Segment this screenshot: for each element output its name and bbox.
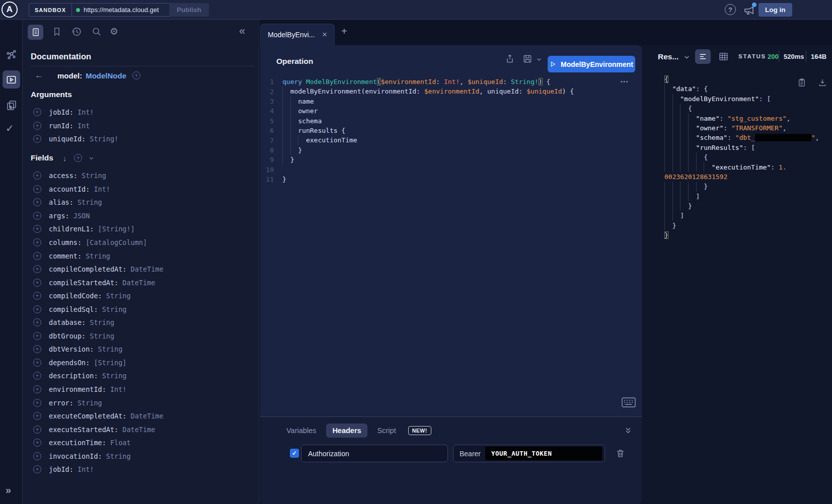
add-field-icon[interactable]: + (33, 412, 41, 420)
code-line[interactable]: 1query ModelByEnvironment($environmentId… (260, 77, 642, 87)
code-line[interactable]: 8} (260, 145, 642, 155)
add-field-icon[interactable]: + (33, 452, 41, 460)
add-field-icon[interactable]: + (33, 135, 41, 143)
explorer-nav-item-active[interactable] (3, 70, 20, 89)
save-options-chevron-icon[interactable] (536, 56, 546, 66)
schema-graph-icon[interactable] (6, 49, 18, 61)
doc-field-row[interactable]: +compileStartedAt: DateTime (23, 276, 259, 289)
doc-field-row[interactable]: +compileCompletedAt: DateTime (23, 263, 259, 276)
add-field-icon[interactable]: + (33, 212, 41, 220)
doc-field-row[interactable]: +accountId: Int! (23, 183, 259, 196)
collapse-section-icon[interactable] (624, 425, 633, 435)
save-operation-icon[interactable] (522, 53, 533, 63)
doc-field-row[interactable]: +uniqueId: String! (23, 132, 259, 146)
add-field-icon[interactable]: + (33, 252, 41, 260)
code-line[interactable]: 3name (260, 97, 642, 106)
doc-field-row[interactable]: +dbtVersion: String (23, 343, 259, 356)
tab-variables[interactable]: Variables (280, 424, 322, 438)
doc-field-row[interactable]: +columns: [CatalogColumn] (23, 236, 259, 249)
doc-field-row[interactable]: +description: String (23, 369, 259, 383)
endpoint-url-text[interactable]: https://metadata.cloud.get (84, 6, 166, 14)
add-field-icon[interactable]: + (33, 122, 41, 130)
code-line[interactable]: 7executionTime (260, 135, 642, 145)
doc-type-link[interactable]: ModelNode (86, 71, 126, 80)
endpoint-url-input[interactable]: https://metadata.cloud.get ⚙ (71, 3, 180, 17)
code-line[interactable]: 9} (260, 155, 642, 164)
add-field-icon[interactable]: + (33, 399, 41, 407)
code-line[interactable]: 10 (260, 165, 642, 175)
add-field-icon[interactable]: + (33, 238, 41, 246)
add-field-icon[interactable]: + (33, 345, 41, 353)
run-operation-button[interactable]: ModelByEnvironment (548, 56, 635, 72)
add-field-icon[interactable]: + (33, 185, 41, 193)
search-icon[interactable] (91, 26, 102, 37)
add-field-icon[interactable]: + (33, 265, 41, 273)
add-field-icon[interactable]: + (132, 71, 140, 79)
sort-fields-icon[interactable]: ↓ (63, 154, 67, 162)
doc-field-row[interactable]: +childrenL1: [String!] (23, 222, 259, 236)
doc-field-row[interactable]: +executeCompletedAt: DateTime (23, 409, 259, 423)
code-line[interactable]: 5schema (260, 116, 642, 126)
close-tab-icon[interactable]: × (322, 30, 327, 40)
doc-field-row[interactable]: +jobId: Int! (23, 106, 259, 119)
add-field-icon[interactable]: + (33, 318, 41, 326)
doc-field-row[interactable]: +alias: String (23, 196, 259, 209)
response-json-viewer[interactable]: {"data": {"modelByEnvironment": [{"name"… (664, 74, 830, 240)
response-selector[interactable]: Res... (658, 52, 690, 61)
add-all-fields-icon[interactable]: + (74, 154, 82, 162)
graphql-query-editor[interactable]: 1query ModelByEnvironment($environmentId… (260, 77, 642, 184)
doc-settings-icon[interactable]: ⚙ (110, 26, 118, 37)
publish-button[interactable]: Publish (169, 3, 209, 17)
add-field-icon[interactable]: + (33, 108, 41, 116)
back-arrow-icon[interactable]: ← (35, 70, 43, 80)
code-line[interactable]: 4owner (260, 106, 642, 116)
history-icon[interactable] (71, 26, 82, 37)
add-field-icon[interactable]: + (33, 172, 41, 180)
doc-field-row[interactable]: +error: String (23, 396, 259, 409)
add-field-icon[interactable]: + (33, 372, 41, 380)
add-field-icon[interactable]: + (33, 385, 41, 393)
keyboard-shortcuts-icon[interactable] (622, 397, 636, 407)
doc-field-row[interactable]: +runId: Int (23, 119, 259, 133)
code-line[interactable]: 2modelByEnvironment(environmentId: $envi… (260, 87, 642, 96)
add-field-icon[interactable]: + (33, 225, 41, 233)
collapse-panel-icon[interactable]: « (239, 25, 245, 38)
add-field-icon[interactable]: + (33, 198, 41, 206)
add-field-icon[interactable]: + (33, 332, 41, 340)
login-button[interactable]: Log in (759, 3, 792, 17)
add-field-icon[interactable]: + (33, 465, 41, 473)
help-icon[interactable]: ? (725, 4, 736, 15)
fields-chevron-down-icon[interactable] (89, 155, 94, 161)
formatted-view-toggle-active[interactable] (695, 49, 711, 64)
add-field-icon[interactable]: + (33, 439, 41, 447)
doc-field-row[interactable]: +environmentId: Int! (23, 383, 259, 396)
documentation-tab-icon-active[interactable] (28, 25, 43, 40)
doc-field-row[interactable]: +access: String (23, 169, 259, 183)
code-line[interactable]: 6runResults { (260, 126, 642, 135)
table-view-toggle[interactable] (718, 51, 729, 62)
code-line[interactable]: 11} (260, 175, 642, 184)
tab-script[interactable]: Script (371, 424, 402, 438)
share-operation-icon[interactable] (505, 53, 515, 63)
header-value-input[interactable]: Bearer YOUR_AUTH_TOKEN (453, 445, 605, 462)
doc-field-row[interactable]: +executionTime: Float (23, 436, 259, 450)
doc-field-row[interactable]: +dependsOn: [String] (23, 356, 259, 370)
tab-headers[interactable]: Headers (326, 424, 367, 438)
announcements-icon[interactable] (743, 4, 755, 16)
add-field-icon[interactable]: + (33, 279, 41, 287)
doc-field-row[interactable]: +args: JSON (23, 209, 259, 223)
doc-field-row[interactable]: +executeStartedAt: DateTime (23, 423, 259, 436)
collections-nav-icon[interactable] (6, 99, 18, 111)
doc-field-row[interactable]: +invocationId: String (23, 449, 259, 463)
apollo-logo-icon[interactable]: A (2, 2, 18, 18)
doc-field-row[interactable]: +compiledSql: String (23, 302, 259, 316)
bookmarks-icon[interactable] (52, 26, 63, 37)
doc-field-row[interactable]: +dbtGroup: String (23, 329, 259, 343)
operation-tab-active[interactable]: ModelByEnvi... × (260, 24, 335, 45)
add-field-icon[interactable]: + (33, 426, 41, 434)
header-name-input[interactable] (301, 445, 448, 462)
add-field-icon[interactable]: + (33, 292, 41, 300)
checks-nav-icon[interactable]: ✓ (6, 122, 14, 134)
doc-field-row[interactable]: +database: String (23, 316, 259, 329)
doc-field-row[interactable]: +comment: String (23, 249, 259, 263)
